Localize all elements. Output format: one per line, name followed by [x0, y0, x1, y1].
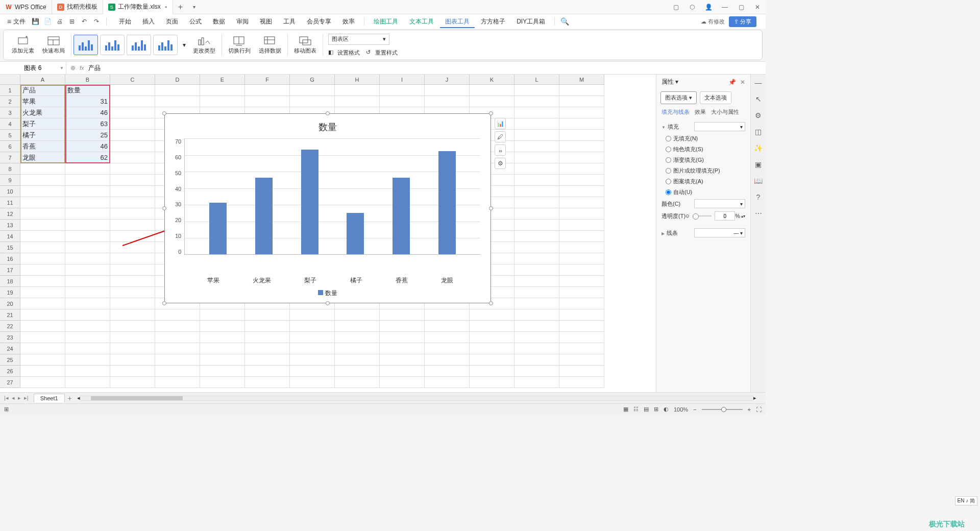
- bar[interactable]: [347, 213, 364, 254]
- col-head[interactable]: I: [380, 75, 425, 85]
- cell[interactable]: [65, 208, 110, 220]
- pp-tab-chart[interactable]: 图表选项 ▾: [660, 91, 697, 104]
- cell[interactable]: [425, 321, 470, 332]
- tab-menu-button[interactable]: ▾: [188, 4, 201, 10]
- fill-radio[interactable]: 无填充(N): [662, 133, 745, 144]
- tab-tools[interactable]: 工具: [278, 15, 301, 28]
- zoom-out-icon[interactable]: −: [693, 406, 696, 413]
- add-element-button[interactable]: 添加元素: [8, 36, 38, 55]
- cell[interactable]: [514, 85, 559, 96]
- cell[interactable]: [110, 152, 155, 163]
- resize-handle[interactable]: [162, 206, 166, 210]
- row-head[interactable]: 26: [0, 366, 20, 377]
- reset-style-button[interactable]: ↺重置样式: [366, 49, 398, 57]
- cell[interactable]: [155, 354, 200, 366]
- cell[interactable]: [110, 321, 155, 332]
- cell[interactable]: [245, 321, 290, 332]
- cell[interactable]: [514, 175, 559, 186]
- fill-radio[interactable]: 纯色填充(S): [662, 144, 745, 155]
- cell[interactable]: [110, 377, 155, 388]
- cell[interactable]: [335, 96, 380, 107]
- row-head[interactable]: 25: [0, 354, 20, 366]
- cell[interactable]: [380, 85, 425, 96]
- cell[interactable]: [110, 231, 155, 242]
- cell[interactable]: [470, 309, 514, 321]
- view-normal-icon[interactable]: ▦: [623, 406, 628, 413]
- col-head[interactable]: D: [155, 75, 200, 85]
- cell[interactable]: [20, 186, 65, 197]
- col-head[interactable]: B: [65, 75, 110, 85]
- cell[interactable]: [425, 85, 470, 96]
- search-icon[interactable]: 🔍: [559, 16, 570, 27]
- tab-text-tool[interactable]: 文本工具: [404, 15, 439, 28]
- save-icon[interactable]: 💾: [30, 16, 41, 27]
- row-head[interactable]: 1: [0, 85, 20, 96]
- cell[interactable]: [110, 130, 155, 141]
- h-scrollbar[interactable]: ◂ ▸: [77, 396, 756, 401]
- cell[interactable]: [110, 343, 155, 354]
- cell[interactable]: [155, 85, 200, 96]
- cell[interactable]: [110, 253, 155, 264]
- cell[interactable]: 31: [65, 96, 110, 107]
- cell[interactable]: [425, 366, 470, 377]
- cell[interactable]: 梨子: [20, 118, 65, 130]
- cell[interactable]: [65, 309, 110, 321]
- col-head[interactable]: G: [290, 75, 335, 85]
- cube-icon[interactable]: ⬡: [684, 0, 700, 14]
- cell[interactable]: [514, 163, 559, 175]
- tab-draw-tool[interactable]: 绘图工具: [369, 15, 403, 28]
- cell[interactable]: [65, 332, 110, 343]
- nav-next-icon[interactable]: ▸: [18, 395, 21, 401]
- quick-layout-button[interactable]: 快速布局: [38, 36, 69, 55]
- embedded-chart[interactable]: 📊 🖊 ⏛ ⚙ 数量 706050403020100 苹果火龙果梨子橘子香蕉龙眼…: [164, 113, 491, 303]
- cell[interactable]: [245, 366, 290, 377]
- alt-icon[interactable]: ⊞: [66, 16, 78, 27]
- cell[interactable]: [470, 321, 514, 332]
- cell[interactable]: [380, 332, 425, 343]
- chart-style-more[interactable]: ▾: [180, 35, 189, 55]
- tab-page[interactable]: 页面: [161, 15, 183, 28]
- color-combo[interactable]: ▾: [694, 199, 745, 208]
- tab-formula[interactable]: 公式: [184, 15, 207, 28]
- cell[interactable]: [514, 197, 559, 208]
- cell[interactable]: [335, 321, 380, 332]
- cell[interactable]: [514, 96, 559, 107]
- cell[interactable]: [559, 253, 604, 264]
- cell[interactable]: [200, 366, 245, 377]
- cell[interactable]: [290, 309, 335, 321]
- fill-combo[interactable]: ▾: [694, 122, 745, 131]
- file-menu[interactable]: ≡文件: [4, 17, 29, 26]
- cell[interactable]: [65, 287, 110, 298]
- add-sheet-button[interactable]: +: [68, 394, 72, 402]
- col-head[interactable]: H: [335, 75, 380, 85]
- cell[interactable]: [380, 343, 425, 354]
- cell[interactable]: [425, 354, 470, 366]
- cell[interactable]: [290, 343, 335, 354]
- col-head[interactable]: J: [425, 75, 470, 85]
- set-format-button[interactable]: ◧设置格式: [328, 49, 360, 57]
- cell[interactable]: [425, 309, 470, 321]
- cell[interactable]: [290, 354, 335, 366]
- col-head[interactable]: L: [514, 75, 559, 85]
- chart-style-3[interactable]: [127, 35, 151, 55]
- nav-first-icon[interactable]: |◂: [4, 395, 9, 401]
- cell[interactable]: [65, 264, 110, 276]
- cell[interactable]: [65, 366, 110, 377]
- cell[interactable]: [559, 96, 604, 107]
- resize-handle[interactable]: [326, 111, 330, 115]
- close-panel-icon[interactable]: ✕: [740, 79, 745, 86]
- cell[interactable]: [20, 309, 65, 321]
- cell[interactable]: [110, 208, 155, 220]
- tab-chart-tool[interactable]: 图表工具: [440, 15, 475, 28]
- resize-handle[interactable]: [489, 206, 493, 210]
- cell[interactable]: [559, 152, 604, 163]
- cell[interactable]: 产品: [20, 85, 65, 96]
- fill-radio[interactable]: 渐变填充(G): [662, 155, 745, 165]
- cell[interactable]: [155, 377, 200, 388]
- resize-handle[interactable]: [489, 301, 493, 305]
- cell[interactable]: [245, 96, 290, 107]
- col-head[interactable]: K: [470, 75, 514, 85]
- cell[interactable]: [514, 343, 559, 354]
- plot-area[interactable]: [184, 138, 480, 255]
- h-scroll-thumb[interactable]: [91, 396, 183, 400]
